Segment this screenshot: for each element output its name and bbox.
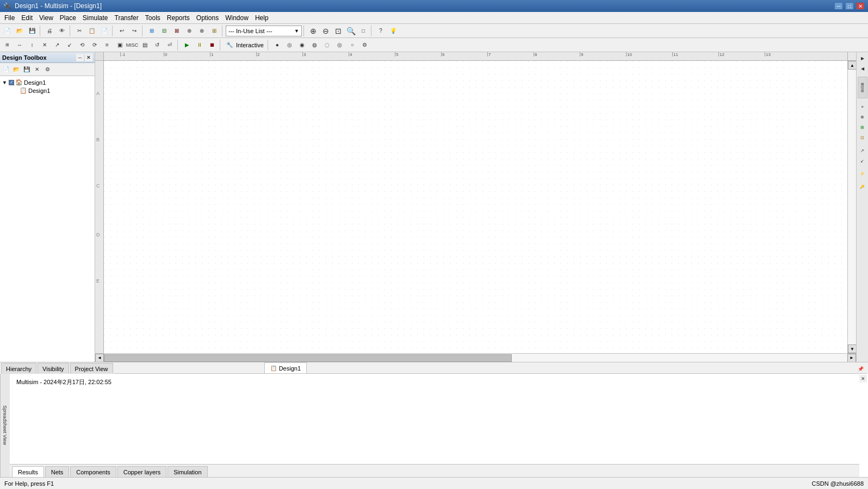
tb2-5[interactable]: ↗ <box>51 39 63 51</box>
menu-view[interactable]: View <box>36 13 57 23</box>
tb2-3[interactable]: ↕ <box>26 39 38 51</box>
menu-transfer[interactable]: Transfer <box>111 13 142 23</box>
tb-new[interactable]: 📄 <box>1 25 13 37</box>
tb2-12[interactable]: ▤ <box>139 39 151 51</box>
tb2-6[interactable]: ↙ <box>64 39 76 51</box>
menu-tools[interactable]: Tools <box>142 13 164 23</box>
tb-wire[interactable]: ⊟ <box>158 25 170 37</box>
ttb-save[interactable]: 💾 <box>22 65 32 74</box>
bptab-simulation[interactable]: Simulation <box>168 466 207 477</box>
close-button[interactable]: ✕ <box>856 2 865 10</box>
vscroll-up[interactable]: ▲ <box>848 61 856 70</box>
tb2-7[interactable]: ⟲ <box>76 39 88 51</box>
bptab-components[interactable]: Components <box>70 466 116 477</box>
tb-junction[interactable]: ⊕ <box>183 25 195 37</box>
rt-3[interactable]: ⊞⊟⊠ <box>858 77 867 98</box>
bptab-nets[interactable]: Nets <box>45 466 70 477</box>
tb-open[interactable]: 📂 <box>14 25 26 37</box>
rt-7[interactable]: ⊡ <box>858 133 867 142</box>
rt-9[interactable]: ↙ <box>858 156 867 166</box>
tab-project-view[interactable]: Project View <box>70 363 113 374</box>
vscroll-track[interactable] <box>848 70 856 344</box>
design-tab-design1[interactable]: 📋 Design1 <box>264 362 307 373</box>
tb-zoom-out[interactable]: ⊖ <box>320 25 332 37</box>
tb2-g4[interactable]: ◍ <box>309 39 321 51</box>
rt-8[interactable]: ↗ <box>858 146 867 155</box>
tb-print[interactable]: 🖨 <box>44 25 55 37</box>
tb-bus[interactable]: ⊠ <box>171 25 183 37</box>
tree-checkbox-root[interactable]: ✓ <box>9 80 14 85</box>
tb2-interactive[interactable]: 🔧 <box>224 39 235 51</box>
rt-10[interactable]: ⚡ <box>858 169 867 179</box>
tb2-g6[interactable]: ◎ <box>334 39 346 51</box>
menu-window[interactable]: Window <box>222 13 252 23</box>
maximize-button[interactable]: □ <box>845 2 854 10</box>
rt-11[interactable]: 🔑 <box>858 182 867 192</box>
rt-4[interactable]: ≡ <box>858 102 867 111</box>
tb-cut[interactable]: ✂ <box>73 25 85 37</box>
tab-visibility[interactable]: Visibility <box>38 363 69 374</box>
rt-2[interactable]: ◀ <box>858 64 867 73</box>
tb-zoom-box[interactable]: □ <box>357 25 369 37</box>
ttb-open[interactable]: 📂 <box>11 65 21 74</box>
ttb-new[interactable]: 📄 <box>1 65 11 74</box>
tb2-run[interactable]: ▶ <box>181 39 193 51</box>
tb2-pause[interactable]: ⏸ <box>194 39 206 51</box>
rt-1[interactable]: ▶ <box>858 53 867 63</box>
tb-help[interactable]: ? <box>375 25 387 37</box>
tb2-14[interactable]: ⏎ <box>164 39 176 51</box>
tb2-10[interactable]: ▣ <box>114 39 126 51</box>
hscroll-track[interactable] <box>104 354 847 362</box>
tb2-g8[interactable]: ⚙ <box>359 39 371 51</box>
schematic-canvas[interactable] <box>104 61 847 353</box>
menu-options[interactable]: Options <box>193 13 222 23</box>
tb2-g1[interactable]: ● <box>271 39 283 51</box>
tb2-8[interactable]: ⟳ <box>89 39 101 51</box>
tb2-9[interactable]: ≡ <box>101 39 113 51</box>
bottom-panel-close[interactable]: ✕ <box>859 375 867 383</box>
tb-zoom-area[interactable]: 🔍 <box>345 25 357 37</box>
tb2-stop[interactable]: ⏹ <box>206 39 218 51</box>
tb-undo[interactable]: ↩ <box>116 25 128 37</box>
menu-file[interactable]: File <box>1 13 18 23</box>
bptab-copper[interactable]: Copper layers <box>117 466 166 477</box>
tb-redo[interactable]: ↪ <box>128 25 140 37</box>
tree-expand-root[interactable]: ▼ <box>2 80 9 85</box>
minimize-button[interactable]: ─ <box>834 2 843 10</box>
tb-component[interactable]: ⊞ <box>146 25 158 37</box>
tb-paste[interactable]: 📄 <box>98 25 110 37</box>
tb2-1[interactable]: ⊞ <box>1 39 13 51</box>
tb2-13[interactable]: ↺ <box>151 39 163 51</box>
horizontal-scrollbar[interactable]: ◄ ► <box>95 353 856 362</box>
menu-edit[interactable]: Edit <box>18 13 36 23</box>
hscroll-left[interactable]: ◄ <box>95 354 104 362</box>
ttb-close[interactable]: ✕ <box>32 65 42 74</box>
menu-help[interactable]: Help <box>252 13 272 23</box>
tb2-2[interactable]: ↔ <box>14 39 26 51</box>
tb-zoom-in[interactable]: ⊕ <box>307 25 319 37</box>
tb2-11[interactable]: MISC <box>126 39 138 51</box>
vscroll-down[interactable]: ▼ <box>848 344 856 353</box>
hscroll-thumb[interactable] <box>104 354 512 362</box>
design-tab-pin[interactable]: 📌 <box>856 365 865 373</box>
inuse-list-dropdown[interactable]: --- In-Use List --- ▼ <box>226 26 302 36</box>
toolbox-minimize[interactable]: ─ <box>76 54 84 61</box>
ttb-settings[interactable]: ⚙ <box>42 65 52 74</box>
tb2-g3[interactable]: ◉ <box>296 39 308 51</box>
tb2-g2[interactable]: ◎ <box>284 39 296 51</box>
menu-reports[interactable]: Reports <box>164 13 193 23</box>
toolbox-close[interactable]: ✕ <box>85 54 92 61</box>
tb-print-preview[interactable]: 👁 <box>56 25 68 37</box>
tab-hierarchy[interactable]: Hierarchy <box>1 363 36 374</box>
tb-power[interactable]: ⊞ <box>208 25 220 37</box>
menu-place[interactable]: Place <box>57 13 79 23</box>
tb2-4[interactable]: ✕ <box>39 39 51 51</box>
vertical-scrollbar[interactable]: ▲ ▼ <box>847 61 856 353</box>
tb-netflag[interactable]: ⊗ <box>196 25 208 37</box>
tree-item-design1[interactable]: 📋 Design1 <box>13 86 92 95</box>
tree-item-root[interactable]: ▼ ✓ 🏠 Design1 <box>2 78 92 86</box>
menu-simulate[interactable]: Simulate <box>79 13 111 23</box>
hscroll-right[interactable]: ► <box>847 354 856 362</box>
tb-copy[interactable]: 📋 <box>86 25 98 37</box>
tb-zoom-fit[interactable]: ⊡ <box>332 25 344 37</box>
